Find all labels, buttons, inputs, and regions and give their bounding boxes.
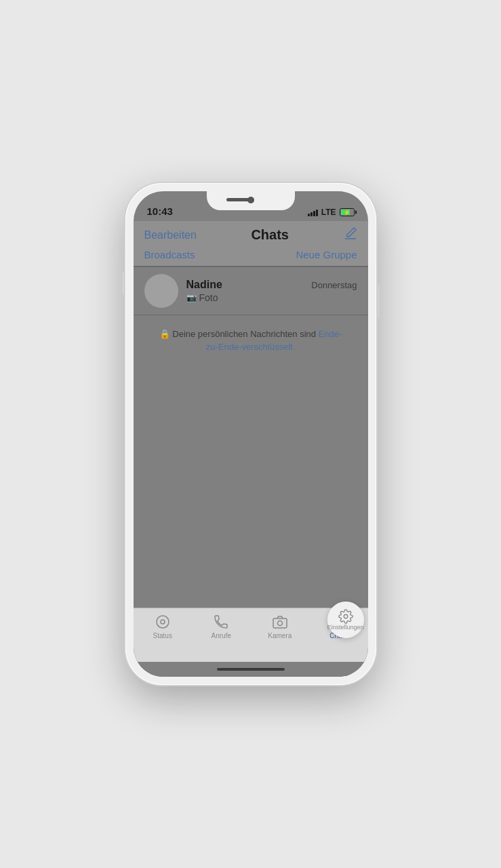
tab-bar: Status Anrufe Kamera	[134, 608, 368, 662]
notch	[207, 191, 295, 210]
camera	[247, 197, 254, 203]
einstellungen-icon	[338, 609, 353, 624]
chat-item-nadine[interactable]: Nadine Donnerstag 📷 Foto	[134, 267, 368, 315]
nav-sub-row: Broadcasts Neue Gruppe	[144, 245, 357, 262]
avatar-nadine	[144, 274, 178, 308]
chat-preview: 📷 Foto	[186, 292, 357, 303]
preview-camera-icon: 📷	[186, 293, 197, 302]
compose-button[interactable]	[344, 226, 357, 243]
status-icon	[155, 614, 171, 630]
neue-gruppe-button[interactable]: Neue Gruppe	[296, 249, 357, 260]
preview-text: Foto	[199, 292, 218, 303]
svg-point-0	[157, 616, 169, 628]
tab-einstellungen[interactable]: Einstellungen	[327, 601, 364, 638]
broadcasts-button[interactable]: Broadcasts	[144, 249, 195, 260]
signal-bars	[308, 208, 318, 216]
svg-point-1	[161, 620, 165, 624]
nav-top-row: Bearbeiten Chats	[144, 226, 357, 243]
edit-button[interactable]: Bearbeiten	[144, 229, 197, 241]
compose-icon	[344, 226, 357, 240]
encryption-notice: 🔒 Deine persönlichen Nachrichten sind En…	[134, 315, 368, 366]
lock-icon: 🔒	[159, 329, 170, 339]
encryption-text: Deine persönlichen Nachrichten sind	[172, 329, 318, 339]
chat-time: Donnerstag	[311, 280, 357, 290]
svg-point-7	[344, 614, 348, 618]
tab-kamera[interactable]: Kamera	[251, 614, 310, 639]
kamera-icon	[272, 614, 288, 630]
home-bar	[217, 668, 285, 671]
phone-screen: 10:43 LTE ⚡ Bearbeiten	[134, 191, 368, 677]
status-icons: LTE ⚡	[308, 208, 355, 217]
network-label: LTE	[321, 208, 336, 217]
chat-name: Nadine	[186, 279, 222, 291]
page-title: Chats	[251, 227, 289, 243]
home-indicator	[134, 662, 368, 677]
app-content: Bearbeiten Chats Broadcasts Neue Gruppe	[134, 221, 368, 677]
phone-frame: 10:43 LTE ⚡ Bearbeiten	[125, 183, 376, 685]
chat-info-nadine: Nadine Donnerstag 📷 Foto	[186, 279, 357, 303]
svg-point-3	[277, 621, 282, 626]
tab-anrufe-label: Anrufe	[212, 632, 231, 639]
tab-kamera-label: Kamera	[268, 632, 292, 639]
svg-rect-2	[273, 618, 287, 628]
chat-list: Nadine Donnerstag 📷 Foto 🔒 Deine persönl…	[134, 267, 368, 608]
battery-icon: ⚡	[340, 208, 355, 216]
tab-status[interactable]: Status	[134, 614, 193, 639]
tab-einstellungen-label: Einstellungen	[327, 624, 363, 631]
tab-anrufe[interactable]: Anrufe	[192, 614, 251, 639]
chat-top-row: Nadine Donnerstag	[186, 279, 357, 291]
tab-status-label: Status	[153, 632, 172, 639]
battery-bolt: ⚡	[344, 210, 350, 216]
anrufe-icon	[213, 614, 229, 630]
nav-bar: Bearbeiten Chats Broadcasts Neue Gruppe	[134, 221, 368, 267]
status-time: 10:43	[147, 205, 173, 217]
